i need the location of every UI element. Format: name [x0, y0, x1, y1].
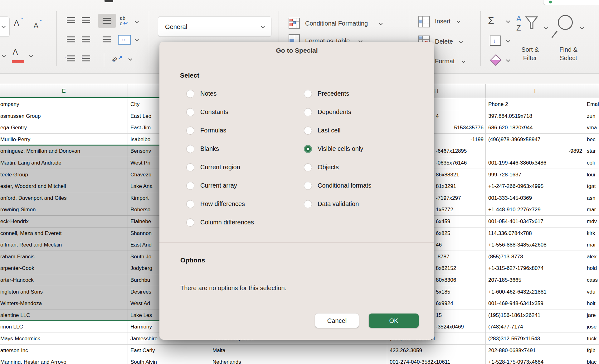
radio-icon[interactable] [304, 182, 312, 190]
cell-phone1[interactable]: 001-274-040-3582x10611 [387, 356, 486, 364]
radio-icon[interactable] [186, 200, 194, 208]
cell-phone2[interactable]: +1-315-627-1796x8074 [486, 262, 584, 274]
conditional-formatting-icon[interactable] [289, 18, 300, 29]
merge-cells-button[interactable]: ↔ [118, 35, 131, 45]
cell-phone2[interactable]: 114.336.0784x788 [486, 228, 584, 239]
radio-selected-icon[interactable] [304, 145, 312, 153]
cell-city[interactable]: South Alvin [128, 356, 210, 364]
cell-email[interactable]: mar [584, 239, 599, 251]
cell-phone2[interactable]: (496)978-3969x58947 [486, 134, 584, 146]
cell-phone2[interactable]: 397.884.0519x718 [486, 110, 584, 122]
cell-email[interactable]: Email [584, 98, 599, 110]
cell-email[interactable]: bec [584, 134, 599, 146]
clear-eraser-icon[interactable] [490, 55, 502, 66]
radio-icon[interactable] [186, 145, 194, 153]
cell-phone2[interactable]: 001-333-145-0369 [486, 192, 584, 204]
cell-email[interactable]: kirk [584, 228, 599, 239]
chevron-down-icon[interactable] [506, 20, 510, 23]
cell-email[interactable]: zun [584, 110, 599, 122]
cell-phone2[interactable]: 001-054-401-0347x617 [486, 216, 584, 228]
cell-company[interactable]: teele Group [0, 169, 128, 181]
cell-company[interactable]: ester, Woodard and Mitchell [0, 180, 128, 192]
cell-company[interactable]: ega-Gentry [0, 122, 128, 134]
cell-email[interactable]: tuck [584, 333, 599, 345]
align-top-button[interactable] [67, 17, 75, 23]
cell-company[interactable]: alentine LLC [0, 309, 128, 321]
format-label[interactable]: Format [435, 57, 455, 65]
cell-company[interactable]: raham-Francis [0, 251, 128, 263]
cell-phone2[interactable]: Phone 2 [486, 98, 584, 110]
insert-label[interactable]: Insert [435, 17, 450, 25]
align-right-button[interactable] [103, 36, 111, 42]
cancel-button[interactable]: Cancel [315, 314, 359, 328]
cell-email[interactable]: blac [584, 356, 599, 364]
cell-company[interactable]: ompany [0, 98, 128, 110]
radio-icon[interactable] [304, 127, 312, 135]
cell-email[interactable]: star [584, 145, 599, 157]
cell-email[interactable]: hold [584, 262, 599, 274]
cell-company[interactable]: Martin, Lang and Andrade [0, 157, 128, 169]
chevron-down-icon[interactable] [462, 60, 465, 63]
column-header-I[interactable]: I [486, 84, 584, 98]
cell-city[interactable]: East Carly [128, 345, 210, 357]
cell-company[interactable]: arpenter-Cook [0, 262, 128, 274]
chevron-down-icon[interactable] [2, 25, 5, 28]
cell-phone2[interactable]: 686-620-1820x944 [486, 122, 584, 134]
radio-icon[interactable] [304, 90, 312, 98]
cell-company[interactable]: Mays-Mccormick [0, 333, 128, 345]
column-header-email[interactable] [584, 84, 599, 98]
cell-phone2[interactable]: 999-728-1637 [486, 169, 584, 181]
delete-label[interactable]: Delete [435, 37, 453, 46]
radio-icon[interactable] [304, 108, 312, 116]
chevron-down-icon[interactable] [135, 20, 139, 23]
cell-company[interactable]: asmussen Group [0, 110, 128, 122]
cell-phone2[interactable]: -9892 [486, 145, 584, 157]
radio-icon[interactable] [186, 90, 194, 98]
cell-company[interactable]: connell, Meza and Everett [0, 228, 128, 239]
column-header-E[interactable]: E [0, 84, 128, 98]
cell-phone2[interactable]: +1-448-910-2276x729 [486, 204, 584, 216]
cell-phone2[interactable]: (748)477-7174 [486, 321, 584, 333]
cell-phone2[interactable]: +1-528-175-0973x4684 [486, 356, 584, 364]
fill-down-icon[interactable]: ↓ [490, 36, 501, 46]
cell-email[interactable]: fgib [584, 345, 599, 357]
chevron-down-icon[interactable] [459, 40, 463, 43]
radio-icon[interactable] [186, 127, 194, 135]
insert-cells-icon[interactable]: ← [418, 16, 430, 27]
cell-country[interactable]: Malta [210, 345, 387, 357]
cell-company[interactable]: Winters-Mendoza [0, 298, 128, 309]
cell-company[interactable]: arter-Hancock [0, 274, 128, 286]
chevron-down-icon[interactable] [29, 54, 33, 57]
cell-phone2[interactable]: (855)713-8773 [486, 251, 584, 263]
align-left-button[interactable] [67, 36, 75, 42]
cell-email[interactable]: mdv [584, 216, 599, 228]
cell-email[interactable]: mar [584, 204, 599, 216]
find-select-button[interactable]: Find & Select [553, 14, 590, 67]
cell-company[interactable]: ingleton and Sons [0, 286, 128, 298]
align-center-button[interactable] [82, 36, 90, 42]
cell-phone2[interactable]: +1-556-888-3485x42608 [486, 239, 584, 251]
cell-email[interactable]: asn [584, 192, 599, 204]
cell-company[interactable]: eck-Hendrix [0, 216, 128, 228]
radio-icon[interactable] [304, 163, 312, 171]
align-middle-button[interactable] [82, 17, 90, 23]
cell-email[interactable]: jose [584, 321, 599, 333]
conditional-formatting-label[interactable]: Conditional Formatting [305, 19, 368, 27]
cell-company[interactable]: imon LLC [0, 321, 128, 333]
cell-phone2[interactable]: +1-600-462-6432x21881 [486, 286, 584, 298]
cell-phone2[interactable]: +1-247-266-0963x4995 [486, 180, 584, 192]
radio-icon[interactable] [304, 200, 312, 208]
cell-email[interactable]: tgat [584, 180, 599, 192]
cell-phone2[interactable]: 207-185-3665 [486, 274, 584, 286]
cell-company[interactable]: anford, Davenport and Giles [0, 192, 128, 204]
cell-phone2[interactable]: 001-469-948-6341x359 [486, 298, 584, 309]
cell-phone1[interactable]: 423.262.3059 [387, 345, 486, 357]
cell-email[interactable]: loui [584, 169, 599, 181]
cell-country[interactable]: Netherlands [210, 356, 387, 364]
chevron-down-icon[interactable] [506, 39, 510, 43]
cell-phone2[interactable]: 202-880-0688x7491 [486, 345, 584, 357]
chevron-down-icon[interactable] [506, 59, 510, 62]
cell-company[interactable]: Manning, Hester and Arroyo [0, 356, 128, 364]
cell-company[interactable]: ominguez, Mcmillan and Donovan [0, 145, 128, 157]
cell-company[interactable]: offman, Reed and Mcclain [0, 239, 128, 251]
